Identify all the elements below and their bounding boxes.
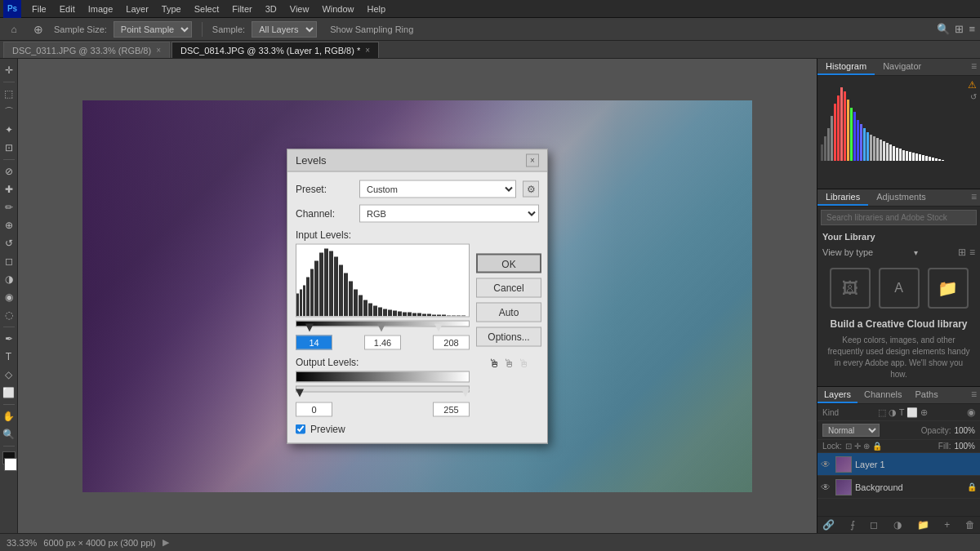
preset-select[interactable]: Custom [359, 180, 516, 198]
options-button[interactable]: Options... [476, 327, 541, 346]
tab-layers[interactable]: Layers [817, 387, 858, 403]
output-white-input[interactable] [433, 402, 470, 416]
white-point-slider[interactable] [434, 323, 443, 331]
midtone-slider[interactable] [377, 323, 385, 331]
grid-view-icon[interactable]: ⊞ [958, 247, 966, 258]
levels-close-button[interactable]: × [526, 153, 539, 167]
pen-tool[interactable]: ✒ [1, 331, 17, 347]
layer-adjustment-button[interactable]: ◑ [893, 519, 902, 531]
histogram-warning-icon[interactable]: ⚠ [968, 79, 977, 91]
menu-edit[interactable]: Edit [54, 2, 81, 16]
filter-shape-icon[interactable]: ⬜ [906, 407, 918, 418]
output-black-slider[interactable] [296, 389, 304, 397]
menu-window[interactable]: Window [316, 2, 359, 16]
zoom-tool[interactable]: 🔍 [1, 426, 17, 442]
filter-adjustment-icon[interactable]: ◑ [889, 407, 897, 418]
opacity-value[interactable]: 100% [954, 426, 975, 435]
menu-view[interactable]: View [284, 2, 315, 16]
sample-select[interactable]: All Layers [252, 21, 317, 38]
menu-help[interactable]: Help [362, 2, 392, 16]
output-black-input[interactable] [296, 402, 332, 416]
brush-tool[interactable]: ✏ [1, 199, 17, 216]
menu-select[interactable]: Select [189, 2, 225, 16]
tab-dsc0814-close[interactable]: × [365, 46, 370, 55]
eyedropper-tool[interactable]: ⊘ [1, 163, 17, 180]
tab-adjustments[interactable]: Adjustments [868, 189, 934, 206]
background-color[interactable] [4, 458, 17, 471]
gradient-tool[interactable]: ◑ [1, 271, 17, 287]
channel-select[interactable]: RGB [359, 204, 539, 222]
filter-toggle[interactable]: ◉ [967, 407, 975, 418]
blur-tool[interactable]: ◉ [1, 289, 17, 305]
library-search-input[interactable] [821, 210, 977, 225]
menu-image[interactable]: Image [82, 2, 119, 16]
viewby-label[interactable]: View by type [822, 247, 873, 257]
hand-tool[interactable]: ✋ [1, 408, 17, 424]
marquee-tool[interactable]: ⬚ [1, 86, 17, 102]
histogram-menu-icon[interactable]: ≡ [968, 59, 980, 75]
workspace-icon[interactable]: ≡ [969, 23, 975, 35]
tab-histogram[interactable]: Histogram [817, 59, 875, 75]
quick-select-tool[interactable]: ✦ [1, 122, 17, 138]
layer-link-button[interactable]: 🔗 [822, 519, 835, 531]
black-point-input[interactable] [296, 335, 332, 349]
clone-tool[interactable]: ⊕ [1, 217, 17, 233]
tab-channels[interactable]: Channels [858, 387, 908, 403]
lock-all-icon[interactable]: 🔒 [872, 442, 882, 451]
menu-type[interactable]: Type [156, 2, 187, 16]
layer-effects-button[interactable]: ⨍ [850, 519, 855, 531]
arrange-icon[interactable]: ⊞ [955, 23, 964, 35]
shape-tool[interactable]: ⬜ [1, 384, 17, 401]
blend-mode-select[interactable]: Normal [822, 424, 880, 437]
gray-eyedropper[interactable]: 🖱 [503, 356, 514, 369]
libraries-menu-icon[interactable]: ≡ [968, 189, 980, 206]
path-tool[interactable]: ◇ [1, 367, 17, 383]
menu-3d[interactable]: 3D [260, 2, 283, 16]
healing-tool[interactable]: ✚ [1, 181, 17, 198]
lock-pixel-icon[interactable]: ⊡ [845, 442, 852, 451]
tab-dsc0311-close[interactable]: × [156, 46, 161, 55]
lock-position-icon[interactable]: ✛ [854, 442, 861, 451]
preset-gear-button[interactable]: ⚙ [523, 180, 539, 197]
tab-paths[interactable]: Paths [909, 387, 945, 403]
menu-layer[interactable]: Layer [120, 2, 154, 16]
history-brush[interactable]: ↺ [1, 235, 17, 251]
move-tool[interactable]: ✛ [1, 62, 17, 78]
layers-menu-icon[interactable]: ≡ [968, 387, 980, 403]
lock-artboard-icon[interactable]: ⊕ [863, 442, 870, 451]
black-eyedropper[interactable]: 🖱 [488, 356, 500, 369]
layer1-visibility-icon[interactable]: 👁 [821, 459, 832, 470]
crop-tool[interactable]: ⊡ [1, 140, 17, 156]
tab-dsc0814[interactable]: DSC_0814.JPG @ 33.3% (Layer 1, RGB/8) * … [172, 42, 379, 58]
status-arrow-icon[interactable]: ▶ [163, 537, 169, 548]
histogram-refresh-icon[interactable]: ↺ [970, 92, 977, 101]
menu-file[interactable]: File [26, 2, 52, 16]
output-white-slider[interactable] [461, 389, 470, 397]
layer-row-background[interactable]: 👁 Background 🔒 [817, 476, 980, 499]
filter-smart-icon[interactable]: ⊕ [920, 407, 928, 418]
filter-text-icon[interactable]: T [899, 407, 905, 418]
sample-size-select[interactable]: Point Sample [114, 21, 192, 38]
white-eyedropper[interactable]: 🖱 [518, 356, 529, 369]
filter-pixel-icon[interactable]: ⬚ [878, 407, 886, 418]
white-point-input[interactable] [433, 335, 470, 349]
background-visibility-icon[interactable]: 👁 [821, 482, 832, 493]
home-icon[interactable]: ⌂ [5, 20, 23, 38]
list-view-icon[interactable]: ≡ [969, 247, 975, 258]
fill-value[interactable]: 100% [954, 442, 975, 451]
eraser-tool[interactable]: ◻ [1, 253, 17, 269]
layer-delete-button[interactable]: 🗑 [965, 519, 975, 531]
black-point-slider[interactable] [305, 323, 314, 331]
lasso-tool[interactable]: ⌒ [1, 104, 17, 120]
layer-mask-button[interactable]: ◻ [870, 519, 878, 531]
dodge-tool[interactable]: ◌ [1, 307, 17, 323]
menu-filter[interactable]: Filter [226, 2, 257, 16]
cancel-button[interactable]: Cancel [476, 278, 541, 297]
preview-checkbox[interactable] [296, 424, 305, 433]
auto-button[interactable]: Auto [476, 302, 541, 322]
tab-navigator[interactable]: Navigator [875, 59, 929, 75]
layer-new-button[interactable]: + [944, 519, 950, 531]
tab-dsc0311[interactable]: DSC_0311.JPG @ 33.3% (RGB/8) × [3, 42, 170, 58]
ok-button[interactable]: OK [476, 253, 541, 273]
tab-libraries[interactable]: Libraries [817, 189, 868, 206]
